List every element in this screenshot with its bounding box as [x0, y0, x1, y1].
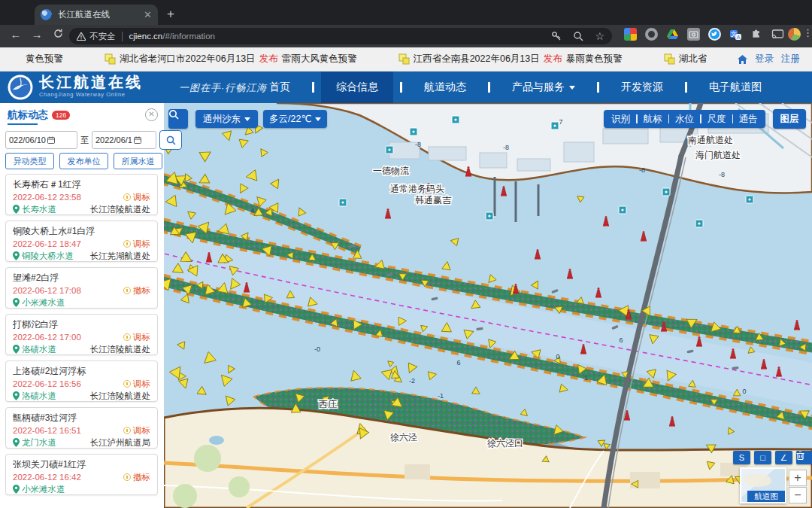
card-title: 铜陵大桥上水#1白浮: [13, 225, 150, 238]
card-title: 甑柄碛#3过河浮: [13, 412, 150, 424]
buoy-activity-panel: 航标动态 126 ✕ 022/06/10 至 2022/06/1 异动: [0, 103, 164, 508]
tab-close-icon[interactable]: ✕: [144, 9, 152, 20]
map-tab-4[interactable]: 尺度: [707, 113, 726, 126]
depth-label: 4: [250, 207, 254, 214]
layers-button[interactable]: 图层: [773, 109, 806, 129]
extension-drive-icon[interactable]: [666, 28, 679, 41]
buoy-activity-card[interactable]: 上洛碛#2过河浮标2022-06-12 16:56调标洛碛水道长江涪陵航道处: [5, 360, 158, 402]
extension-twitter-icon[interactable]: [708, 28, 721, 41]
new-tab-button[interactable]: +: [167, 5, 174, 24]
screen: 长江航道在线 ✕ + ← → 不安全 cjienc.cn /#/informat…: [0, 0, 812, 508]
map-search-button[interactable]: [168, 109, 188, 129]
panel-close-icon[interactable]: ✕: [145, 108, 158, 121]
buoy-activity-card[interactable]: 甑柄碛#3过河浮2022-06-12 16:51调标龙门水道长江泸州航道局: [5, 407, 158, 449]
nav-item-2[interactable]: 综合信息: [321, 71, 393, 103]
card-action-label: 撤标: [133, 284, 150, 297]
area-measure-icon[interactable]: □: [754, 451, 771, 464]
nav-item-4[interactable]: 产品与服务: [497, 71, 590, 103]
browser-tab[interactable]: 长江航道在线 ✕: [35, 5, 158, 25]
chart-info-icon: [746, 196, 753, 203]
filter-button-3[interactable]: 所属水道: [114, 153, 162, 169]
home-icon: [738, 55, 747, 64]
card-waterway: 长寿水道: [13, 203, 56, 215]
weather-alert-bar: 黄色预警 湖北省老河口市2022年06月13日发布雷雨大风黄色预警江西省全南县2…: [0, 47, 812, 71]
nav-item-5[interactable]: 开发资源: [606, 71, 678, 103]
bookmark-star-icon[interactable]: ☆: [595, 30, 604, 42]
nav-separator: [488, 82, 490, 93]
date-from-input[interactable]: 022/06/10: [5, 131, 77, 149]
chevron-down-icon: [315, 117, 321, 121]
nav-item-label: 综合信息: [336, 81, 378, 94]
card-title: 上洛碛#2过河浮标: [13, 365, 150, 378]
card-bottom-row: 小米滩水道: [13, 297, 150, 309]
card-action: 调标: [123, 424, 150, 437]
nav-item-3[interactable]: 航道动态: [409, 71, 481, 103]
browser-menu-dots-icon[interactable]: ⋮: [803, 27, 812, 38]
buoy-activity-card[interactable]: 望滩#2白浮2022-06-12 17:08撤标小米滩水道: [5, 267, 158, 309]
extension-translate-icon[interactable]: 文A: [729, 28, 742, 41]
map-place-label: 一德物流: [373, 166, 409, 176]
overview-minimap[interactable]: 航道图: [740, 467, 786, 503]
reload-icon[interactable]: [50, 28, 66, 41]
register-link[interactable]: 注册: [781, 53, 800, 65]
buoy-activity-card[interactable]: 长寿桥右＃1红浮2022-06-12 23:58调标长寿水道长江涪陵航道处: [5, 174, 158, 215]
search-zoom-icon[interactable]: [573, 31, 583, 41]
search-icon: [166, 135, 176, 145]
map-tab-3[interactable]: 水位: [675, 113, 694, 126]
divider: [122, 32, 123, 41]
clock-status-icon: [123, 193, 131, 201]
clear-trash-icon[interactable]: [796, 451, 812, 464]
nav-item-6[interactable]: 电子航道图: [694, 71, 777, 103]
card-action-label: 调标: [133, 331, 150, 343]
reach-selector-dropdown[interactable]: 通州沙东: [195, 110, 258, 128]
depth-label: -8: [503, 144, 509, 151]
card-waterway: 洛碛水道: [13, 343, 56, 355]
filter-button-2[interactable]: 发布单位: [59, 153, 108, 169]
extension-screenshot-icon[interactable]: [687, 28, 700, 41]
navigation-chart-map[interactable]: -87-8-84-0-26-10-10-86 一德物流通常港务码头韩通赢吉南通航…: [164, 103, 812, 508]
buoy-activity-card[interactable]: 铜陵大桥上水#1白浮2022-06-12 18:47调标铜陵大桥水道长江芜湖航道…: [5, 221, 158, 262]
key-icon[interactable]: [551, 31, 562, 41]
extension-photos-icon[interactable]: [624, 28, 637, 41]
calendar-icon: [47, 136, 55, 144]
weather-dropdown[interactable]: 多云/22℃: [263, 110, 327, 128]
card-time: 2022-06-12 17:08: [13, 284, 81, 297]
zoom-in-button[interactable]: +: [789, 470, 807, 486]
depth-label: 0: [742, 388, 746, 395]
alert-action: 发布: [544, 53, 562, 65]
map-tab-1[interactable]: 识别: [611, 113, 630, 126]
minimap-land: [744, 473, 771, 487]
angle-measure-icon[interactable]: ∠: [775, 451, 792, 464]
back-icon[interactable]: ←: [8, 28, 24, 41]
chart-info-icon: [410, 128, 417, 135]
nav-item-label: 产品与服务: [512, 81, 565, 94]
forward-icon[interactable]: →: [29, 28, 45, 41]
chart-canvas[interactable]: -87-8-84-0-26-10-10-86 一德物流通常港务码头韩通赢吉南通航…: [164, 103, 812, 508]
alert-region-date: 湖北省老河口市2022年06月13日: [120, 53, 256, 65]
extension-misc-icon[interactable]: [788, 28, 801, 41]
buoy-activity-card[interactable]: 张坝关刀碛#1红浮2022-06-12 16:42撤标小米滩水道: [5, 454, 158, 495]
alert-action: 发布: [259, 53, 278, 65]
address-bar[interactable]: 不安全 cjienc.cn /#/information ☆: [69, 28, 612, 44]
extension-puzzle-icon[interactable]: [750, 28, 763, 41]
filter-button-1[interactable]: 异动类型: [5, 153, 54, 169]
alert-type: 雷雨大风黄色预警: [282, 53, 357, 65]
distance-measure-icon[interactable]: S: [733, 451, 750, 464]
card-title: 打梆沱白浮: [13, 318, 150, 331]
map-tab-5[interactable]: 通告: [739, 113, 758, 126]
date-to-input[interactable]: 2022/06/1: [92, 131, 156, 149]
login-link[interactable]: 登录: [755, 53, 774, 65]
search-button[interactable]: [159, 130, 182, 150]
chevron-down-icon: [569, 86, 575, 90]
buoy-activity-card[interactable]: 打梆沱白浮2022-06-12 17:00调标洛碛水道长江涪陵航道处: [5, 314, 158, 355]
depth-label: -1: [438, 392, 444, 400]
card-waterway-name: 小米滩水道: [22, 483, 65, 495]
nav-item-label: 开发资源: [621, 81, 663, 94]
zoom-out-button[interactable]: −: [789, 487, 807, 503]
cast-icon[interactable]: [771, 28, 784, 41]
map-tab-2[interactable]: 航标: [644, 113, 662, 126]
nav-item-1[interactable]: 首页: [254, 71, 305, 103]
extension-circle-icon[interactable]: [645, 28, 658, 41]
map-place-label: 通常港务码头: [390, 184, 444, 194]
depth-label: -1: [582, 374, 588, 382]
